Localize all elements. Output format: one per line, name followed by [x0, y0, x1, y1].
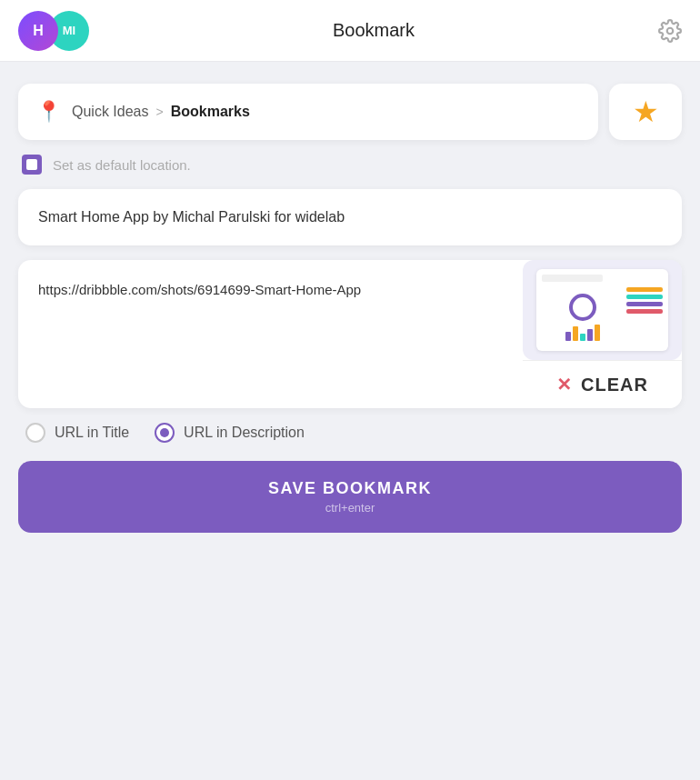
- url-card: https://dribbble.com/shots/6914699-Smart…: [18, 260, 682, 408]
- clear-x-icon: ✕: [556, 374, 572, 395]
- avatar-group: H MI: [18, 11, 89, 51]
- mini-dashboard: [536, 269, 668, 351]
- header: H MI Bookmark: [0, 0, 700, 62]
- radio-label-2: URL in Description: [184, 425, 305, 441]
- radio-url-in-title[interactable]: URL in Title: [25, 423, 129, 443]
- mini-title-bar: [542, 275, 603, 282]
- legend-4: [626, 309, 663, 314]
- svg-point-0: [667, 27, 674, 34]
- url-text[interactable]: https://dribbble.com/shots/6914699-Smart…: [18, 260, 523, 408]
- star-button[interactable]: ★: [609, 84, 682, 140]
- avatar-h[interactable]: H: [18, 11, 58, 51]
- mini-left: [542, 285, 623, 349]
- mini-bar-5: [595, 325, 600, 341]
- pin-icon: 📍: [36, 100, 61, 124]
- settings-icon[interactable]: [658, 19, 682, 43]
- breadcrumb: Quick Ideas > Bookmarks: [72, 104, 250, 120]
- main-content: 📍 Quick Ideas > Bookmarks ★ Set as defau…: [0, 62, 700, 780]
- mini-gauge: [569, 294, 596, 321]
- default-location-label: Set as default location.: [53, 157, 191, 173]
- radio-label-1: URL in Title: [55, 425, 129, 441]
- save-btn-label: SAVE BOOKMARK: [268, 479, 432, 498]
- radio-row: URL in Title URL in Description: [18, 423, 682, 443]
- breadcrumb-arrow: >: [155, 105, 163, 119]
- legend-1: [626, 287, 663, 292]
- mini-bar-2: [573, 326, 578, 341]
- radio-url-in-description[interactable]: URL in Description: [155, 423, 305, 443]
- breadcrumb-card[interactable]: 📍 Quick Ideas > Bookmarks: [18, 84, 598, 140]
- mini-bar-4: [587, 329, 593, 341]
- default-location-row: Set as default location.: [18, 155, 682, 175]
- mini-bar-3: [580, 334, 585, 341]
- mini-right: [626, 285, 663, 349]
- mini-content: [542, 285, 663, 349]
- mini-bars: [565, 325, 600, 341]
- radio-circle-2: [155, 423, 175, 443]
- save-bookmark-button[interactable]: SAVE BOOKMARK ctrl+enter: [18, 461, 682, 533]
- clear-label: CLEAR: [581, 375, 648, 395]
- mini-bar-1: [565, 332, 571, 341]
- checkbox-inner: [26, 159, 37, 170]
- breadcrumb-parent: Quick Ideas: [72, 104, 148, 120]
- title-card[interactable]: Smart Home App by Michal Parulski for wi…: [18, 189, 682, 245]
- legend-2: [626, 295, 663, 299]
- url-right-panel: ✕ CLEAR: [523, 260, 682, 408]
- page-title: Bookmark: [333, 20, 415, 41]
- clear-button[interactable]: ✕ CLEAR: [523, 360, 682, 408]
- save-btn-hint: ctrl+enter: [325, 501, 375, 515]
- default-location-checkbox[interactable]: [22, 155, 42, 175]
- legend-3: [626, 302, 663, 306]
- bookmark-title: Smart Home App by Michal Parulski for wi…: [38, 209, 345, 225]
- radio-dot-2: [160, 428, 169, 437]
- breadcrumb-current: Bookmarks: [171, 104, 250, 120]
- top-row: 📍 Quick Ideas > Bookmarks ★: [18, 84, 682, 140]
- url-preview: [523, 260, 682, 360]
- radio-circle-1: [25, 423, 45, 443]
- star-icon: ★: [633, 95, 659, 129]
